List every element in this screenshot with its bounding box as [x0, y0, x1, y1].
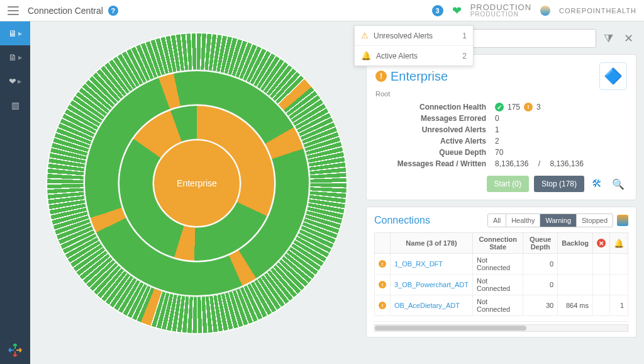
env-sub: PRODUCTION [470, 11, 531, 18]
wrench-icon: 🛠 [592, 178, 602, 189]
tab-stopped[interactable]: Stopped [577, 214, 613, 227]
active-alerts-count: 2 [462, 52, 467, 60]
unresolved-alerts-count: 1 [462, 31, 467, 40]
row-alerts: 1 [610, 295, 628, 316]
alert-column-icon: 🔔 [614, 239, 624, 248]
sidebar: 🖥▶ 🗎▶ ❤▶ ▥ [0, 21, 30, 364]
stat-health-warn: 3 [536, 103, 541, 111]
stat-unresolved: 1 [495, 125, 499, 134]
stat-errored: 0 [495, 114, 499, 123]
stat-label-connection-health: Connection Health [375, 103, 495, 111]
tab-all[interactable]: All [488, 214, 506, 227]
connections-table: Name (3 of 178) Connection State Queue D… [374, 232, 628, 316]
unresolved-alerts-label: Unresolved Alerts [374, 31, 433, 40]
row-alerts [610, 254, 628, 275]
status-warning-icon: ! [375, 71, 387, 82]
sidebar-item-analytics[interactable]: ▥ [0, 93, 30, 117]
connections-filter-tabs: All Healthy Warning Stopped [487, 213, 613, 227]
warn-status-icon: ! [524, 103, 533, 111]
row-queue: 0 [523, 275, 558, 295]
details-panel: ! Enterprise 🔷 Root Connection Health ✓1… [366, 54, 636, 200]
sidebar-item-monitor[interactable]: 🖥▶ [0, 21, 30, 45]
row-status-icon: ! [379, 281, 386, 288]
sunburst-chart[interactable]: Enterprise [43, 29, 351, 356]
chevron-right-icon: ▶ [18, 79, 21, 84]
tab-healthy[interactable]: Healthy [506, 214, 540, 227]
gauge-icon[interactable] [617, 215, 628, 226]
start-button[interactable]: Start (0) [487, 176, 529, 192]
sunburst-center-label: Enterprise [177, 178, 217, 188]
bell-icon: 🔔 [361, 51, 371, 60]
alerts-dropdown-active[interactable]: 🔔 Active Alerts 2 [355, 45, 473, 65]
stat-label-errored: Messages Errored [375, 114, 495, 123]
stat-label-queue: Queue Depth [375, 148, 495, 157]
entity-icon: 🔷 [599, 62, 627, 90]
user-avatar-icon[interactable] [540, 6, 550, 16]
horizontal-scrollbar[interactable] [374, 324, 628, 332]
app-logo-icon [8, 343, 23, 358]
clear-filter-button[interactable]: ✕ [620, 29, 636, 48]
details-subtitle: Root [375, 90, 627, 98]
stat-label-active: Active Alerts [375, 137, 495, 145]
environment-label: PRODUCTION PRODUCTION [470, 3, 531, 18]
filter-button[interactable]: ⧩ [600, 29, 616, 48]
help-icon[interactable]: ? [108, 6, 118, 16]
sunburst-center[interactable]: Enterprise [153, 139, 241, 227]
stat-health-ok: 175 [508, 103, 520, 111]
table-row[interactable]: ! 1_OB_RX_DFT Not Connected 0 [375, 254, 628, 275]
app-title: Connection Central [28, 6, 103, 16]
row-status-icon: ! [379, 302, 386, 309]
row-state: Not Connected [473, 254, 523, 275]
alert-count-badge[interactable]: 3 [432, 5, 443, 16]
chevron-right-icon: ▶ [18, 55, 22, 60]
row-state: Not Connected [473, 275, 523, 295]
ok-status-icon: ✓ [495, 103, 504, 111]
sidebar-item-documents[interactable]: 🗎▶ [0, 45, 30, 69]
row-alerts [610, 275, 628, 295]
table-row[interactable]: ! 3_OB_Powerchart_ADT Not Connected 0 [375, 275, 628, 295]
row-name[interactable]: 3_OB_Powerchart_ADT [391, 275, 473, 295]
connections-title: Connections [374, 215, 430, 226]
close-icon: ✕ [624, 31, 633, 45]
main-content: Enterprise ⚠ Unresolved Alerts 1 🔔 Activ… [30, 21, 644, 364]
alerts-dropdown-unresolved[interactable]: ⚠ Unresolved Alerts 1 [355, 26, 473, 45]
details-title: Enterprise [391, 69, 448, 84]
alerts-dropdown: ⚠ Unresolved Alerts 1 🔔 Active Alerts 2 [354, 25, 474, 66]
table-row[interactable]: ! OB_AceDietary_ADT Not Connected 30 864… [375, 295, 628, 316]
row-name[interactable]: OB_AceDietary_ADT [391, 295, 473, 316]
col-queue[interactable]: Queue Depth [523, 233, 558, 254]
stat-active: 2 [495, 137, 499, 145]
col-state[interactable]: Connection State [473, 233, 523, 254]
tab-warning[interactable]: Warning [540, 214, 577, 227]
sidebar-item-health[interactable]: ❤▶ [0, 69, 30, 93]
stat-read: 8,136,136 [495, 159, 528, 168]
col-name[interactable]: Name (3 of 178) [391, 233, 473, 254]
alert-icon: ⚠ [361, 31, 369, 40]
stop-button[interactable]: Stop (178) [534, 176, 584, 192]
chart-icon: ▥ [11, 100, 19, 110]
inspect-button[interactable]: 🔍 [609, 178, 627, 190]
settings-button[interactable]: 🛠 [589, 178, 604, 190]
funnel-icon: ⧩ [604, 32, 613, 45]
menu-icon[interactable] [8, 6, 19, 15]
error-column-icon: ✕ [597, 239, 606, 247]
heartbeat-icon: ❤ [452, 4, 462, 18]
user-name: COREPOINTHEALTH [559, 7, 636, 14]
monitor-icon: 🖥 [8, 28, 17, 38]
magnifier-icon: 🔍 [612, 179, 625, 190]
row-backlog [558, 275, 593, 295]
row-status-icon: ! [379, 260, 386, 268]
col-backlog[interactable]: Backlog [558, 233, 593, 254]
heart-icon: ❤ [9, 76, 16, 86]
stat-queue: 70 [495, 148, 503, 157]
connections-panel: Connections All Healthy Warning Stopped … [366, 207, 636, 338]
chevron-right-icon: ▶ [18, 31, 22, 37]
row-state: Not Connected [473, 295, 523, 316]
stat-label-unresolved: Unresolved Alerts [375, 125, 495, 134]
row-queue: 0 [523, 254, 558, 275]
row-backlog: 864 ms [558, 295, 593, 316]
row-name[interactable]: 1_OB_RX_DFT [391, 254, 473, 275]
stat-written: 8,136,136 [550, 159, 583, 168]
active-alerts-label: Active Alerts [376, 52, 418, 60]
document-icon: 🗎 [8, 52, 17, 62]
